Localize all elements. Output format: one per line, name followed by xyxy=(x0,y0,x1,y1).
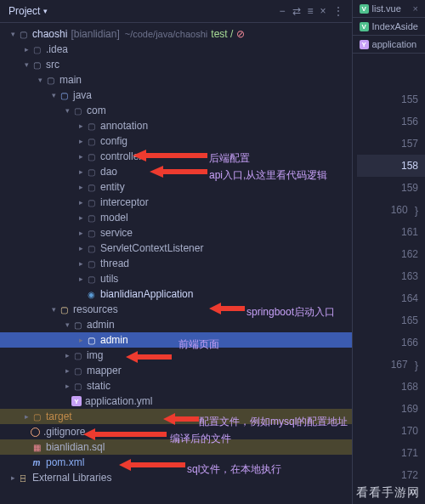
chevron-down-icon[interactable]: ▾ xyxy=(49,91,58,99)
vue-icon: V xyxy=(360,4,369,14)
tab-application[interactable]: Yapplication xyxy=(353,36,425,54)
tree-pkg[interactable]: ▸▢dao xyxy=(0,164,352,179)
chevron-right-icon[interactable]: ▸ xyxy=(76,244,85,252)
chevron-right-icon[interactable]: ▸ xyxy=(63,366,71,375)
folder-icon: ▢ xyxy=(31,43,42,55)
chevron-right-icon[interactable]: ▸ xyxy=(76,183,85,191)
tree-idea[interactable]: ▸ ▢ .idea xyxy=(0,42,352,57)
tree-admin[interactable]: ▾▢admin xyxy=(0,317,352,332)
folder-icon: ▢ xyxy=(71,349,83,361)
close-icon[interactable]: × xyxy=(413,3,418,14)
chevron-right-icon[interactable]: ▸ xyxy=(76,198,85,207)
chevron-right-icon[interactable]: ▸ xyxy=(76,275,85,283)
tree-target[interactable]: ▸▢target xyxy=(0,409,352,424)
hide-icon[interactable]: × xyxy=(320,5,326,17)
chevron-right-icon[interactable]: ▸ xyxy=(22,412,31,421)
chevron-right-icon[interactable]: ▸ xyxy=(76,167,85,176)
package-icon: ▢ xyxy=(85,135,97,147)
tree-pkg[interactable]: ▸▢thread xyxy=(0,256,352,271)
chevron-right-icon[interactable]: ▸ xyxy=(76,122,85,130)
tree-pkg-controller[interactable]: ▸▢controller xyxy=(0,149,352,164)
chevron-down-icon[interactable]: ▾ xyxy=(8,30,17,38)
chevron-down-icon[interactable]: ▾ xyxy=(36,76,44,84)
tree-pkg[interactable]: ▸▢img xyxy=(0,348,352,363)
library-icon: ⌸ xyxy=(17,472,29,484)
package-icon: ▢ xyxy=(85,227,97,239)
package-icon: ▢ xyxy=(85,196,97,208)
folder-icon: ▢ xyxy=(44,74,56,86)
tree-pkg[interactable]: ▸▢entity xyxy=(0,179,352,195)
tree-appyml[interactable]: ▸Yapplication.yml xyxy=(0,394,352,409)
chevron-down-icon[interactable]: ▾ xyxy=(63,106,71,115)
tree-external-libs[interactable]: ▸⌸External Libraries xyxy=(0,470,352,485)
tree-pkg[interactable]: ▸▢annotation xyxy=(0,118,352,133)
chevron-right-icon[interactable]: ▸ xyxy=(22,45,31,54)
tree-pkg[interactable]: ▸▢model xyxy=(0,210,352,225)
tree-com[interactable]: ▾ ▢ com xyxy=(0,103,352,118)
chevron-down-icon[interactable]: ▾ xyxy=(22,60,31,69)
chevron-right-icon[interactable]: ▸ xyxy=(76,152,85,161)
class-icon: ◉ xyxy=(85,288,97,300)
tab-index-aside[interactable]: VIndexAside xyxy=(353,18,425,36)
tree-gitignore[interactable]: ▸.gitignore xyxy=(0,424,352,439)
package-icon: ▢ xyxy=(85,242,97,254)
source-folder-icon: ▢ xyxy=(58,89,70,101)
collapse-icon[interactable]: − xyxy=(280,5,286,17)
watermark: 看看手游网 xyxy=(356,485,420,501)
tree-pkg[interactable]: ▸▢static xyxy=(0,378,352,394)
gitignore-icon xyxy=(31,428,40,437)
select-opened-icon[interactable]: ⇄ xyxy=(292,5,301,17)
tree-pkg[interactable]: ▸▢ServletContextListener xyxy=(0,241,352,256)
editor-gutter: 155 156 157 158 159 160} 161 162 163 164… xyxy=(357,88,425,486)
project-dropdown[interactable]: Project▾ xyxy=(8,5,48,17)
folder-icon: ▢ xyxy=(85,334,97,346)
folder-icon: ▢ xyxy=(71,365,83,377)
chevron-right-icon[interactable]: ▸ xyxy=(76,137,85,145)
chevron-right-icon[interactable]: ▸ xyxy=(63,351,71,360)
tree-java[interactable]: ▾ ▢ java xyxy=(0,88,352,103)
yaml-icon: Y xyxy=(71,396,82,406)
package-icon: ▢ xyxy=(71,105,83,116)
chevron-right-icon[interactable]: ▸ xyxy=(76,336,85,344)
tree-pom[interactable]: ▸mpom.xml xyxy=(0,455,352,470)
folder-icon: ▢ xyxy=(71,380,83,392)
more-icon[interactable]: ⋮ xyxy=(333,5,343,17)
vue-icon: V xyxy=(360,22,369,31)
tree-root[interactable]: ▾ ▢ chaoshi [bianlidian] ~/code/java/cha… xyxy=(0,26,352,42)
project-tree[interactable]: ▾ ▢ chaoshi [bianlidian] ~/code/java/cha… xyxy=(0,23,352,500)
chevron-down-icon[interactable]: ▾ xyxy=(49,305,58,314)
tree-pkg[interactable]: ▸▢interceptor xyxy=(0,195,352,210)
chevron-down-icon[interactable]: ▾ xyxy=(63,320,71,329)
settings-icon[interactable]: ≡ xyxy=(308,5,314,17)
resources-folder-icon: ▢ xyxy=(58,303,70,315)
yaml-icon: Y xyxy=(360,40,369,49)
chevron-right-icon[interactable]: ▸ xyxy=(63,382,71,390)
tree-pkg[interactable]: ▸▢utils xyxy=(0,271,352,286)
chevron-right-icon[interactable]: ▸ xyxy=(76,213,85,222)
tree-resources[interactable]: ▾▢resources xyxy=(0,302,352,317)
tree-sql[interactable]: ▸▦bianlidian.sql xyxy=(0,439,352,455)
tree-pkg-config[interactable]: ▸▢config xyxy=(0,133,352,149)
package-icon: ▢ xyxy=(85,166,97,178)
package-icon: ▢ xyxy=(85,258,97,269)
folder-icon: ▢ xyxy=(17,28,29,40)
tree-main[interactable]: ▾ ▢ main xyxy=(0,72,352,88)
package-icon: ▢ xyxy=(85,273,97,285)
maven-icon: m xyxy=(31,456,42,468)
tree-pkg[interactable]: ▸▢mapper xyxy=(0,363,352,378)
tree-src[interactable]: ▾ ▢ src xyxy=(0,57,352,72)
tree-admin-selected[interactable]: ▸▢admin xyxy=(0,332,352,348)
package-icon: ▢ xyxy=(85,150,97,162)
folder-icon: ▢ xyxy=(71,319,83,331)
chevron-right-icon[interactable]: ▸ xyxy=(76,259,85,268)
folder-icon: ▢ xyxy=(31,59,42,71)
target-folder-icon: ▢ xyxy=(31,411,42,422)
chevron-right-icon[interactable]: ▸ xyxy=(8,473,17,482)
tree-pkg[interactable]: ▸▢service xyxy=(0,225,352,241)
tree-app-class[interactable]: ▸◉bianlidianApplication xyxy=(0,286,352,302)
package-icon: ▢ xyxy=(85,212,97,224)
sql-icon: ▦ xyxy=(31,441,42,453)
package-icon: ▢ xyxy=(85,120,97,132)
tab-list-vue[interactable]: Vlist.vue× xyxy=(353,0,425,18)
chevron-right-icon[interactable]: ▸ xyxy=(76,229,85,237)
